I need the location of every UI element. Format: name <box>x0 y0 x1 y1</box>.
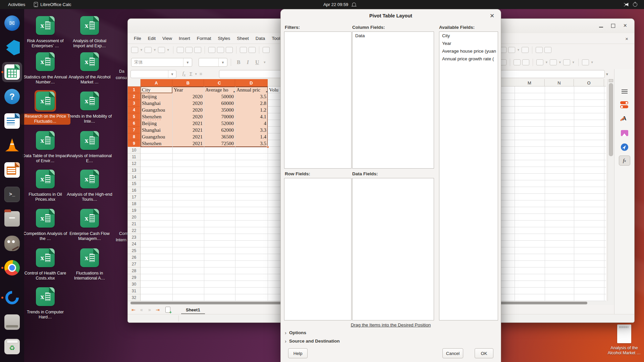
cell[interactable]: 62000 <box>204 127 235 133</box>
data-fields-listbox[interactable] <box>352 178 434 320</box>
row-header-14[interactable]: 14 <box>128 174 140 180</box>
next-sheet-icon[interactable]: » <box>147 307 153 312</box>
column-header-n[interactable]: N <box>545 79 574 86</box>
toolbar-icon[interactable] <box>145 47 152 53</box>
cell[interactable]: 3.5 <box>235 93 268 100</box>
cell[interactable]: 2.8 <box>235 100 268 107</box>
row-header-6[interactable]: 6 <box>128 120 140 127</box>
dock-item-trash[interactable] <box>2 337 22 357</box>
maximize-button[interactable] <box>611 24 615 28</box>
column-fields-listbox[interactable]: Data <box>352 32 434 169</box>
row-header-24[interactable]: 24 <box>128 241 140 247</box>
cell[interactable]: 52000 <box>204 120 235 127</box>
toolbar-icon[interactable] <box>563 59 570 65</box>
chevron-down-icon[interactable]: ▼ <box>591 61 594 64</box>
filters-listbox[interactable] <box>284 32 352 169</box>
row-header-12[interactable]: 12 <box>128 160 140 167</box>
desktop-icon[interactable]: xFluctuations in International A… <box>64 247 115 282</box>
font-size-combo[interactable]: ▼ <box>199 58 227 67</box>
split-handle[interactable] <box>609 79 613 82</box>
cell[interactable]: City <box>141 86 172 93</box>
chevron-down-icon[interactable]: ▼ <box>140 48 143 52</box>
cell[interactable]: Shanghai <box>141 127 172 133</box>
row-header-16[interactable]: 16 <box>128 187 140 194</box>
close-document-icon[interactable]: × <box>625 36 628 42</box>
row-header-23[interactable]: 23 <box>128 234 140 241</box>
first-sheet-icon[interactable]: ⇤ <box>130 307 137 312</box>
desktop-icon[interactable]: xAnalysis of the Alcohol Market … <box>64 51 115 85</box>
available-field-item[interactable]: City <box>439 32 498 40</box>
menu-styles[interactable]: Styles <box>215 35 234 42</box>
toolbar-icon[interactable] <box>217 47 224 53</box>
row-header-15[interactable]: 15 <box>128 180 140 187</box>
toolbar-icon[interactable] <box>131 47 138 53</box>
dock-item-impress[interactable] <box>2 160 22 180</box>
cell[interactable]: Guangzhou <box>141 107 172 113</box>
toolbar-icon[interactable] <box>240 47 247 53</box>
equals-icon[interactable]: = <box>200 71 202 77</box>
row-header-18[interactable]: 18 <box>128 200 140 207</box>
ok-button[interactable]: OK <box>475 348 493 358</box>
chevron-down-icon[interactable]: ▼ <box>167 48 170 52</box>
cell[interactable]: 35000 <box>204 107 235 113</box>
toolbar-icon[interactable] <box>226 47 233 53</box>
toolbar-icon[interactable] <box>550 59 557 65</box>
desktop-icon-alcohol-market-doc[interactable]: Analysis of theAlcohol Market … <box>605 324 644 356</box>
cell[interactable]: 50000 <box>204 93 235 100</box>
toolbar-icon[interactable] <box>194 47 201 53</box>
cell[interactable]: Guangzhou <box>141 133 172 140</box>
row-header-10[interactable]: 10 <box>128 147 140 154</box>
cell[interactable]: 2020 <box>172 113 204 120</box>
menu-sheet[interactable]: Sheet <box>233 35 252 42</box>
clock-menu[interactable]: Apr 22 09:59 <box>323 2 356 7</box>
column-header-m[interactable]: M <box>515 79 545 86</box>
cancel-button[interactable]: Cancel <box>442 348 463 358</box>
row-header-17[interactable]: 17 <box>128 194 140 200</box>
menu-edit[interactable]: Edit <box>145 35 159 42</box>
dock-item-vscode[interactable] <box>2 38 22 58</box>
dock-item-help[interactable] <box>2 86 22 107</box>
dock-item-updater[interactable] <box>2 288 22 308</box>
dock-item-chrome[interactable] <box>2 258 22 278</box>
sheet-tab[interactable]: Sheet1 <box>181 307 205 313</box>
desktop-icon[interactable]: xCompetition Analysis of the … <box>20 207 70 242</box>
desktop-icon[interactable]: xAnalysis of Global Import and Exp… <box>64 15 115 49</box>
dock-item-boxes[interactable] <box>2 312 22 332</box>
dock-item-gimp[interactable] <box>2 233 22 253</box>
desktop-icon[interactable]: xRisk Assessment of Enterprises' … <box>20 15 70 49</box>
menu-format[interactable]: Format <box>194 35 215 42</box>
cell[interactable]: Shenzhen <box>141 140 172 147</box>
toolbar-icon[interactable] <box>536 47 543 53</box>
toolbar-icon[interactable] <box>208 47 215 53</box>
toolbar-icon[interactable] <box>522 47 529 53</box>
font-name-combo[interactable]: 宋体 ▼ <box>131 58 192 67</box>
row-header-30[interactable]: 30 <box>128 281 140 288</box>
dock-item-terminal[interactable] <box>2 184 22 204</box>
dock-item-files[interactable] <box>2 209 22 229</box>
cell[interactable]: Shenzhen <box>141 113 172 120</box>
column-header-a[interactable]: A <box>141 79 172 86</box>
navigator-icon[interactable] <box>621 143 628 151</box>
cell[interactable]: Annual pric▸ <box>235 86 268 93</box>
row-header-11[interactable]: 11 <box>128 154 140 160</box>
row-header-19[interactable]: 19 <box>128 207 140 214</box>
chevron-down-icon[interactable]: ▼ <box>572 61 575 64</box>
row-header-1[interactable]: 1 <box>128 86 140 93</box>
toolbar-icon[interactable] <box>185 47 193 53</box>
vertical-scrollbar[interactable] <box>607 79 614 301</box>
source-destination-expander[interactable]: › Source and Destination <box>285 338 340 344</box>
functions-icon[interactable]: fx <box>619 156 630 166</box>
row-header-32[interactable]: 32 <box>128 294 140 301</box>
row-header-29[interactable]: 29 <box>128 274 140 281</box>
function-wizard-icon[interactable]: fx <box>182 71 185 77</box>
toolbar-icon[interactable] <box>544 47 551 53</box>
focused-app-menu[interactable]: LibreOffice Calc <box>34 2 71 7</box>
cell[interactable]: 4 <box>235 120 268 127</box>
cell[interactable]: Year <box>172 86 204 93</box>
italic-button[interactable]: I <box>245 59 251 65</box>
styles-icon[interactable]: A <box>622 115 626 122</box>
menu-view[interactable]: View <box>159 35 175 42</box>
available-field-item[interactable]: Average house price (yuan <box>439 47 498 55</box>
menu-file[interactable]: File <box>130 35 145 42</box>
desktop-icon[interactable]: xTrends in Computer Hard… <box>20 286 70 320</box>
